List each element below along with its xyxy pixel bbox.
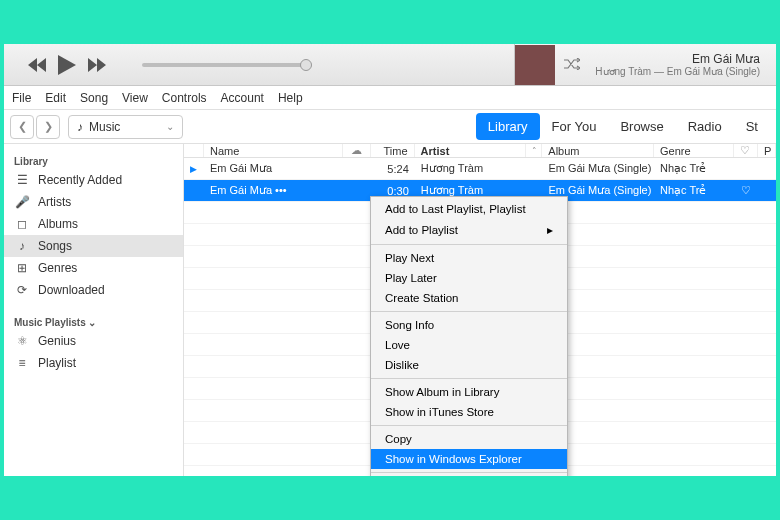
- menu-item-play-later[interactable]: Play Later: [371, 268, 567, 288]
- back-button[interactable]: ❮: [10, 115, 34, 139]
- cell-name: Em Gái Mưa •••: [204, 180, 343, 201]
- now-playing-title: Em Gái Mưa: [595, 52, 760, 66]
- playback-controls: [4, 55, 130, 75]
- loved-icon[interactable]: ♡: [734, 180, 758, 201]
- menu-view[interactable]: View: [122, 91, 148, 105]
- selector-label: Music: [89, 120, 120, 134]
- sidebar-item-label: Artists: [38, 195, 71, 209]
- sidebar-item-songs[interactable]: ♪Songs: [4, 235, 183, 257]
- sidebar-item-downloaded[interactable]: ⟳Downloaded: [4, 279, 183, 301]
- tab-library[interactable]: Library: [476, 113, 540, 140]
- menu-help[interactable]: Help: [278, 91, 303, 105]
- menu-separator: [371, 378, 567, 379]
- sidebar-item-genres[interactable]: ⊞Genres: [4, 257, 183, 279]
- sidebar-item-icon: ≡: [14, 356, 30, 370]
- sidebar-item-artists[interactable]: 🎤Artists: [4, 191, 183, 213]
- sidebar-item-icon: ☰: [14, 173, 30, 187]
- menu-item-copy[interactable]: Copy: [371, 429, 567, 449]
- menu-separator: [371, 472, 567, 473]
- menu-separator: [371, 311, 567, 312]
- col-album[interactable]: Album: [542, 144, 654, 157]
- tab-browse[interactable]: Browse: [608, 113, 675, 140]
- menu-item-create-station[interactable]: Create Station: [371, 288, 567, 308]
- menu-edit[interactable]: Edit: [45, 91, 66, 105]
- cell-album: Em Gái Mưa (Single): [542, 158, 654, 179]
- chevron-down-icon: ⌄: [88, 317, 96, 328]
- sidebar-item-genius[interactable]: ⚛Genius: [4, 330, 183, 352]
- menu-item-show-album-in-library[interactable]: Show Album in Library: [371, 382, 567, 402]
- view-tabs: LibraryFor YouBrowseRadioSt: [476, 113, 770, 140]
- now-playing-indicator-icon: ▶: [190, 164, 197, 174]
- menu-account[interactable]: Account: [221, 91, 264, 105]
- col-last[interactable]: P: [758, 144, 776, 157]
- menu-song[interactable]: Song: [80, 91, 108, 105]
- top-toolbar: Em Gái Mưa Hương Tràm — Em Gái Mưa (Sing…: [4, 44, 776, 86]
- chevron-down-icon: ⌄: [166, 121, 174, 132]
- shuffle-icon[interactable]: [555, 56, 589, 74]
- menu-separator: [371, 244, 567, 245]
- sidebar-item-icon: ⟳: [14, 283, 30, 297]
- menu-separator: [371, 425, 567, 426]
- cell-name: Em Gái Mưa: [204, 158, 343, 179]
- sidebar-item-albums[interactable]: ◻Albums: [4, 213, 183, 235]
- menu-item-add-to-playlist[interactable]: Add to Playlist▸: [371, 219, 567, 241]
- menu-item-song-info[interactable]: Song Info: [371, 315, 567, 335]
- next-button[interactable]: [88, 58, 106, 72]
- forward-button[interactable]: ❯: [36, 115, 60, 139]
- sidebar-item-label: Songs: [38, 239, 72, 253]
- now-playing-subtitle: Hương Tràm — Em Gái Mưa (Single): [595, 66, 760, 77]
- volume-slider[interactable]: [142, 63, 312, 67]
- menu-item-label: Create Station: [385, 292, 459, 304]
- prev-button[interactable]: [28, 58, 46, 72]
- col-time[interactable]: Time: [371, 144, 415, 157]
- sidebar-item-playlist[interactable]: ≡Playlist: [4, 352, 183, 374]
- tab-for-you[interactable]: For You: [540, 113, 609, 140]
- heart-icon[interactable]: ♡: [734, 144, 758, 157]
- menu-item-label: Add to Playlist: [385, 224, 458, 236]
- tab-radio[interactable]: Radio: [676, 113, 734, 140]
- play-button[interactable]: [58, 55, 76, 75]
- cell-artist: Hương Tràm: [415, 158, 527, 179]
- sidebar-item-label: Recently Added: [38, 173, 122, 187]
- sidebar-item-recently-added[interactable]: ☰Recently Added: [4, 169, 183, 191]
- cell-genre: Nhạc Trẻ: [654, 180, 734, 201]
- tab-st[interactable]: St: [734, 113, 770, 140]
- menu-item-label: Show in iTunes Store: [385, 406, 494, 418]
- menu-item-show-in-itunes-store[interactable]: Show in iTunes Store: [371, 402, 567, 422]
- col-artist[interactable]: Artist: [415, 144, 527, 157]
- media-selector[interactable]: ♪ Music ⌄: [68, 115, 183, 139]
- cell-genre: Nhạc Trẻ: [654, 158, 734, 179]
- menu-controls[interactable]: Controls: [162, 91, 207, 105]
- col-genre[interactable]: Genre: [654, 144, 734, 157]
- menu-item-play-next[interactable]: Play Next: [371, 248, 567, 268]
- context-menu: Add to Last Playlist, PlaylistAdd to Pla…: [370, 196, 568, 476]
- menu-item-label: Dislike: [385, 359, 419, 371]
- sort-indicator-icon: ˄: [526, 144, 542, 157]
- column-headers: Name ☁ Time Artist ˄ Album Genre ♡ P: [184, 144, 776, 158]
- track-list: Name ☁ Time Artist ˄ Album Genre ♡ P ▶Em…: [184, 144, 776, 476]
- menu-item-label: Play Next: [385, 252, 434, 264]
- sidebar-item-icon: ◻: [14, 217, 30, 231]
- album-art[interactable]: [515, 45, 555, 85]
- table-row[interactable]: ▶Em Gái Mưa5:24Hương TràmEm Gái Mưa (Sin…: [184, 158, 776, 180]
- col-name[interactable]: Name: [204, 144, 343, 157]
- sidebar-item-label: Albums: [38, 217, 78, 231]
- music-icon: ♪: [77, 120, 83, 134]
- menu-item-dislike[interactable]: Dislike: [371, 355, 567, 375]
- menu-item-label: Show Album in Library: [385, 386, 499, 398]
- menu-item-label: Copy: [385, 433, 412, 445]
- sidebar: Library ☰Recently Added🎤Artists◻Albums♪S…: [4, 144, 184, 476]
- sidebar-item-label: Playlist: [38, 356, 76, 370]
- menu-item-love[interactable]: Love: [371, 335, 567, 355]
- now-playing-box: Em Gái Mưa Hương Tràm — Em Gái Mưa (Sing…: [514, 44, 776, 85]
- menu-item-add-to-last-playlist-playlist[interactable]: Add to Last Playlist, Playlist: [371, 199, 567, 219]
- menu-item-show-in-windows-explorer[interactable]: Show in Windows Explorer: [371, 449, 567, 469]
- menu-file[interactable]: File: [12, 91, 31, 105]
- loved-icon[interactable]: [734, 158, 758, 179]
- cloud-icon[interactable]: ☁: [343, 144, 371, 157]
- sidebar-item-icon: ⊞: [14, 261, 30, 275]
- sidebar-header-playlists: Music Playlists ⌄: [4, 311, 183, 330]
- menu-item-label: Song Info: [385, 319, 434, 331]
- menu-bar: File Edit Song View Controls Account Hel…: [4, 86, 776, 110]
- sidebar-item-label: Genius: [38, 334, 76, 348]
